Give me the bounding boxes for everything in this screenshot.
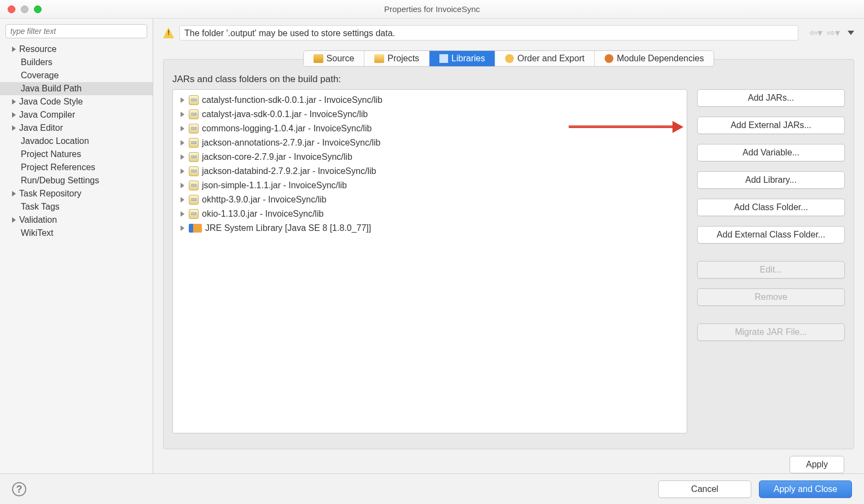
jar-label: jackson-annotations-2.7.9.jar - InvoiceS… xyxy=(202,138,380,148)
jar-label: jackson-databind-2.7.9.2.jar - InvoiceSy… xyxy=(202,166,376,176)
expand-icon[interactable] xyxy=(12,217,16,223)
expand-icon[interactable] xyxy=(181,154,184,160)
sidebar-item-label: WikiText xyxy=(21,228,54,238)
tab-bar: SourceProjectsLibrariesOrder and ExportM… xyxy=(303,50,715,67)
jar-icon xyxy=(189,166,199,176)
jar-row[interactable]: JRE System Library [Java SE 8 [1.8.0_77]… xyxy=(173,221,687,235)
view-menu-icon[interactable] xyxy=(848,31,854,35)
apply-and-close-button[interactable]: Apply and Close xyxy=(759,480,852,498)
source-icon xyxy=(314,54,323,63)
sidebar-item-label: Java Editor xyxy=(19,123,63,133)
sidebar-item-java-editor[interactable]: Java Editor xyxy=(0,121,153,135)
tab-order-and-export[interactable]: Order and Export xyxy=(495,51,595,66)
jar-icon xyxy=(189,124,199,134)
window-title: Properties for InvoiceSync xyxy=(0,4,864,14)
module-icon xyxy=(605,54,613,63)
jar-icon xyxy=(189,109,199,119)
sidebar-item-label: Project Natures xyxy=(21,149,81,159)
jar-label: jackson-core-2.7.9.jar - InvoiceSync/lib xyxy=(202,152,352,162)
tab-projects[interactable]: Projects xyxy=(364,51,430,66)
tab-libraries[interactable]: Libraries xyxy=(430,51,495,66)
filter-input[interactable] xyxy=(5,24,147,38)
tab-label: Projects xyxy=(387,54,419,63)
jar-icon xyxy=(189,195,199,205)
nav-forward-icon[interactable]: ⇨▾ xyxy=(827,27,840,39)
sidebar-item-resource[interactable]: Resource xyxy=(0,43,153,56)
expand-icon[interactable] xyxy=(181,225,184,231)
sidebar-tree: ResourceBuildersCoverageJava Build PathJ… xyxy=(0,43,153,240)
jar-label: catalyst-java-sdk-0.0.1.jar - InvoiceSyn… xyxy=(202,109,368,119)
sidebar-item-label: Task Repository xyxy=(19,189,82,199)
expand-icon[interactable] xyxy=(12,47,16,52)
sidebar-item-label: Java Build Path xyxy=(21,84,82,94)
jar-row[interactable]: jackson-core-2.7.9.jar - InvoiceSync/lib xyxy=(173,150,687,164)
help-icon[interactable]: ? xyxy=(12,482,26,496)
add-variable-button[interactable]: Add Variable... xyxy=(697,144,845,161)
tab-module-dependencies[interactable]: Module Dependencies xyxy=(595,51,714,66)
jar-label: catalyst-function-sdk-0.0.1.jar - Invoic… xyxy=(202,95,382,105)
expand-icon[interactable] xyxy=(181,211,184,217)
sidebar-item-label: Coverage xyxy=(21,71,59,80)
add-class-folder-button[interactable]: Add Class Folder... xyxy=(697,199,845,216)
sidebar-item-builders[interactable]: Builders xyxy=(0,56,153,69)
add-library-button[interactable]: Add Library... xyxy=(697,171,845,189)
sidebar-item-java-compiler[interactable]: Java Compiler xyxy=(0,108,153,121)
sidebar-item-validation[interactable]: Validation xyxy=(0,213,153,227)
sidebar-item-task-tags[interactable]: Task Tags xyxy=(0,200,153,213)
sidebar-item-label: Builders xyxy=(21,57,53,67)
jar-icon xyxy=(189,95,199,105)
jar-row[interactable]: catalyst-function-sdk-0.0.1.jar - Invoic… xyxy=(173,93,687,107)
sidebar-item-label: Project References xyxy=(21,163,95,172)
expand-icon[interactable] xyxy=(12,99,16,105)
jar-label: okio-1.13.0.jar - InvoiceSync/lib xyxy=(202,209,323,219)
projects-icon xyxy=(374,54,384,63)
sidebar-item-task-repository[interactable]: Task Repository xyxy=(0,187,153,200)
expand-icon[interactable] xyxy=(181,126,184,131)
remove-button: Remove xyxy=(697,288,845,306)
jar-icon xyxy=(189,152,199,162)
add-external-class-folder-button[interactable]: Add External Class Folder... xyxy=(697,226,845,244)
jar-row[interactable]: jackson-annotations-2.7.9.jar - InvoiceS… xyxy=(173,136,687,150)
tab-label: Order and Export xyxy=(517,54,584,63)
sidebar-item-project-natures[interactable]: Project Natures xyxy=(0,148,153,161)
nav-back-icon[interactable]: ⇦▾ xyxy=(809,27,822,39)
sidebar: ResourceBuildersCoverageJava Build PathJ… xyxy=(0,19,153,473)
jar-row[interactable]: catalyst-java-sdk-0.0.1.jar - InvoiceSyn… xyxy=(173,107,687,121)
warning-icon xyxy=(163,27,174,38)
sidebar-item-java-code-style[interactable]: Java Code Style xyxy=(0,95,153,108)
expand-icon[interactable] xyxy=(12,125,16,131)
expand-icon[interactable] xyxy=(181,169,184,174)
expand-icon[interactable] xyxy=(12,112,16,118)
sidebar-item-coverage[interactable]: Coverage xyxy=(0,69,153,82)
edit-button: Edit... xyxy=(697,261,845,279)
footer-bar: ? Cancel Apply and Close xyxy=(0,473,864,504)
jre-library-icon xyxy=(189,224,202,233)
cancel-button[interactable]: Cancel xyxy=(658,480,751,498)
jar-label: okhttp-3.9.0.jar - InvoiceSync/lib xyxy=(202,195,327,205)
jar-row[interactable]: jackson-databind-2.7.9.2.jar - InvoiceSy… xyxy=(173,164,687,178)
expand-icon[interactable] xyxy=(181,197,184,202)
expand-icon[interactable] xyxy=(181,140,184,146)
jar-row[interactable]: okio-1.13.0.jar - InvoiceSync/lib xyxy=(173,207,687,221)
sidebar-item-wikitext[interactable]: WikiText xyxy=(0,227,153,240)
tab-source[interactable]: Source xyxy=(304,51,365,66)
sidebar-item-java-build-path[interactable]: Java Build Path xyxy=(0,82,153,95)
jar-row[interactable]: okhttp-3.9.0.jar - InvoiceSync/lib xyxy=(173,193,687,207)
jar-row[interactable]: json-simple-1.1.1.jar - InvoiceSync/lib xyxy=(173,178,687,193)
sidebar-item-run-debug-settings[interactable]: Run/Debug Settings xyxy=(0,174,153,187)
expand-icon[interactable] xyxy=(181,97,184,103)
jar-row[interactable]: commons-logging-1.0.4.jar - InvoiceSync/… xyxy=(173,121,687,136)
order-icon xyxy=(505,54,514,63)
apply-button[interactable]: Apply xyxy=(790,456,844,473)
sidebar-item-javadoc-location[interactable]: Javadoc Location xyxy=(0,135,153,148)
title-bar: Properties for InvoiceSync xyxy=(0,0,864,19)
sidebar-item-label: Resource xyxy=(19,44,56,54)
add-jars-button[interactable]: Add JARs... xyxy=(697,89,845,107)
sidebar-item-project-references[interactable]: Project References xyxy=(0,161,153,174)
expand-icon[interactable] xyxy=(181,112,184,117)
expand-icon[interactable] xyxy=(181,183,184,188)
expand-icon[interactable] xyxy=(12,191,16,196)
jar-list[interactable]: catalyst-function-sdk-0.0.1.jar - Invoic… xyxy=(172,89,687,433)
jar-label: JRE System Library [Java SE 8 [1.8.0_77]… xyxy=(205,223,371,233)
add-external-jars-button[interactable]: Add External JARs... xyxy=(697,117,845,134)
